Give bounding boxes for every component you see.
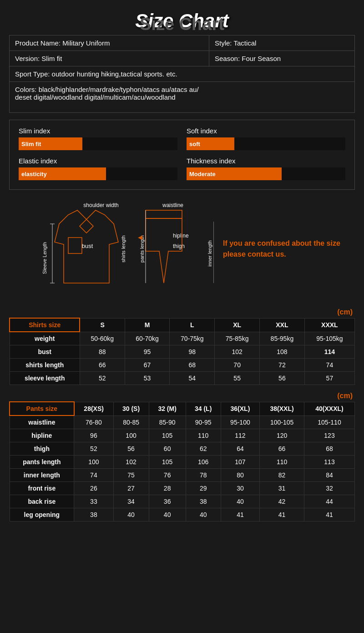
thickness-index-fill: Moderate <box>187 167 282 180</box>
pants-cell-2-0: 52 <box>74 442 113 456</box>
shirts-cell-2-2: 68 <box>170 359 215 372</box>
soft-index-item: Soft index soft <box>187 127 345 150</box>
pants-row-label-5: front rise <box>10 482 74 495</box>
pants-cell-5-4: 30 <box>221 482 260 495</box>
thickness-index-item: Thickness index Moderate <box>187 157 345 180</box>
pants-cell-3-6: 113 <box>304 456 354 469</box>
pants-cell-0-6: 105-110 <box>304 415 354 429</box>
slim-index-bar: Slim fit <box>19 137 177 150</box>
pants-size-col-6: 40(XXXL) <box>304 402 354 415</box>
pants-size-col-1: 30 (S) <box>113 402 149 415</box>
pants-cell-2-1: 56 <box>113 442 149 456</box>
pants-size-col-3: 34 (L) <box>186 402 221 415</box>
pants-cell-7-6: 41 <box>304 508 354 522</box>
pants-cell-1-6: 123 <box>304 429 354 442</box>
shirts-cell-3-2: 54 <box>170 372 215 385</box>
pants-row-label-7: leg opening <box>10 508 74 522</box>
shirts-cell-1-5: 114 <box>304 345 354 359</box>
pants-cell-3-3: 106 <box>186 456 221 469</box>
shirts-size-m: M <box>125 318 170 332</box>
shirts-cell-3-3: 55 <box>215 372 260 385</box>
pants-cell-4-6: 84 <box>304 469 354 482</box>
soft-index-fill: soft <box>187 137 234 150</box>
pants-cell-2-4: 64 <box>221 442 260 456</box>
pants-cell-0-0: 76-80 <box>74 415 113 429</box>
pants-cell-7-4: 41 <box>221 508 260 522</box>
pants-cell-4-3: 78 <box>186 469 221 482</box>
shirts-cell-0-2: 70-75kg <box>170 332 215 345</box>
pants-size-col-0: 28(XS) <box>74 402 113 415</box>
shirts-cell-0-0: 50-60kg <box>80 332 125 345</box>
shirts-cell-2-3: 70 <box>215 359 260 372</box>
pants-size-table: Pants size 28(XS)30 (S)32 (M)34 (L)36(XL… <box>9 401 355 522</box>
shirts-cell-1-2: 98 <box>170 345 215 359</box>
shirts-size-header: Shirts size <box>10 318 80 332</box>
pants-cell-2-5: 66 <box>260 442 304 456</box>
pants-size-col-5: 38(XXL) <box>260 402 304 415</box>
shirts-cell-0-4: 85-95kg <box>260 332 305 345</box>
pants-cell-0-2: 85-90 <box>149 415 186 429</box>
shirts-cm-label: (cm) <box>9 306 355 318</box>
pants-cell-5-2: 28 <box>149 482 186 495</box>
pants-cell-6-0: 33 <box>74 495 113 508</box>
thigh-label: thigh <box>173 243 185 249</box>
shirts-size-s: S <box>80 318 125 332</box>
pants-row-label-1: hipline <box>10 429 74 442</box>
pants-cell-6-3: 38 <box>186 495 221 508</box>
pants-cell-0-3: 90-95 <box>186 415 221 429</box>
shirts-cell-3-0: 52 <box>80 372 125 385</box>
pants-cell-3-4: 107 <box>221 456 260 469</box>
index-section: Slim index Slim fit Soft index soft Elas… <box>9 120 355 190</box>
pants-cell-6-4: 40 <box>221 495 260 508</box>
diagram-note: If you are confused about the size pleas… <box>218 238 350 260</box>
pants-size-header: Pants size <box>10 402 74 415</box>
pants-cell-4-0: 74 <box>74 469 113 482</box>
shirts-cell-2-4: 72 <box>260 359 305 372</box>
shirts-length-label: shirts length <box>121 235 126 262</box>
svg-text:◄: ◄ <box>136 233 144 241</box>
pants-cell-1-2: 105 <box>149 429 186 442</box>
style: Style: Tactical <box>209 35 355 51</box>
version: Version: Slim fit <box>10 51 209 66</box>
pants-cell-7-3: 40 <box>186 508 221 522</box>
shirts-row-label-1: bust <box>10 345 80 359</box>
pants-cell-0-1: 80-85 <box>113 415 149 429</box>
shoulder-width-label: shoulder width <box>83 202 118 208</box>
shirts-cell-3-4: 56 <box>260 372 305 385</box>
pants-cell-1-0: 96 <box>74 429 113 442</box>
shirts-row-label-0: weight <box>10 332 80 345</box>
season: Season: Four Season <box>209 51 355 66</box>
shirts-size-l: L <box>170 318 215 332</box>
colors: Colors: black/highlander/mardrake/typhon… <box>10 82 355 113</box>
sport-type: Sport Type: outdoor hunting hiking,tacti… <box>10 66 355 82</box>
soft-index-bar: soft <box>187 137 345 150</box>
elastic-index-bar: elasticity <box>19 167 177 180</box>
pants-cm-label: (cm) <box>9 390 355 401</box>
shirts-cell-2-5: 74 <box>304 359 354 372</box>
diagram-section: shoulder width waistline hipline thigh b… <box>9 199 355 299</box>
pants-cell-5-6: 32 <box>304 482 354 495</box>
pants-cell-7-0: 38 <box>74 508 113 522</box>
pants-row-label-2: thigh <box>10 442 74 456</box>
pants-cell-5-1: 27 <box>113 482 149 495</box>
shirts-cell-1-4: 108 <box>260 345 305 359</box>
pants-cell-4-4: 80 <box>221 469 260 482</box>
pants-cell-6-2: 36 <box>149 495 186 508</box>
slim-index-label: Slim index <box>19 127 177 135</box>
pants-row-label-0: waistline <box>10 415 74 429</box>
slim-index-fill: Slim fit <box>19 137 82 150</box>
pants-cell-5-5: 31 <box>260 482 304 495</box>
pants-cell-3-5: 110 <box>260 456 304 469</box>
index-grid: Slim index Slim fit Soft index soft Elas… <box>19 127 345 180</box>
shirts-cell-1-3: 102 <box>215 345 260 359</box>
pants-cell-3-1: 102 <box>113 456 149 469</box>
pants-cell-0-4: 95-100 <box>221 415 260 429</box>
svg-rect-0 <box>68 238 82 253</box>
shirts-cell-2-0: 66 <box>80 359 125 372</box>
pants-cell-0-5: 100-105 <box>260 415 304 429</box>
pants-cell-2-2: 60 <box>149 442 186 456</box>
pants-row-label-6: back rise <box>10 495 74 508</box>
pants-cell-3-0: 100 <box>74 456 113 469</box>
pants-row-label-3: pants length <box>10 456 74 469</box>
pants-cell-7-5: 41 <box>260 508 304 522</box>
